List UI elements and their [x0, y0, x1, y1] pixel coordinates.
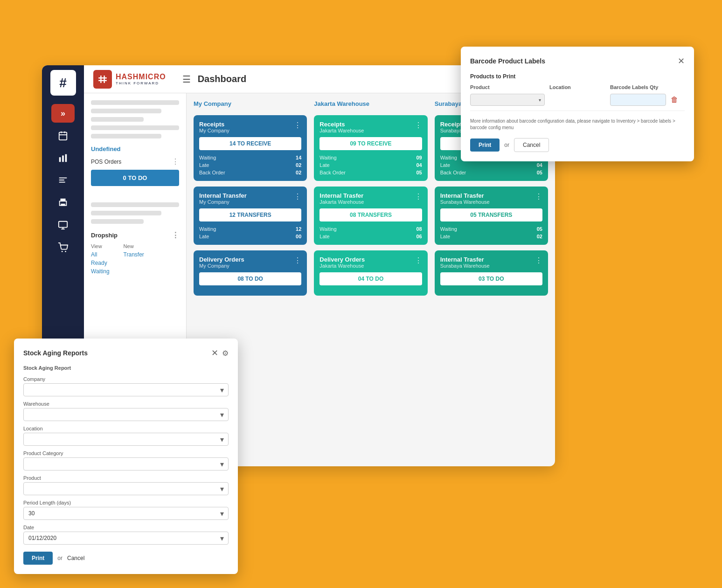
column-title-jakarta: Jakarta Warehouse: [314, 100, 427, 110]
sidebar-item-cart[interactable]: [51, 238, 75, 257]
jakarta-waiting-value: 09: [416, 155, 422, 160]
svg-point-17: [65, 251, 66, 252]
company-select[interactable]: [23, 383, 229, 396]
form-group-date: Date 01/12/2020: [23, 525, 229, 545]
late-label: Late: [199, 162, 209, 168]
card-it-surabaya-menu[interactable]: ⋮: [535, 192, 542, 201]
card-it-my-company-action[interactable]: 12 TRANSFERS: [199, 208, 301, 221]
sidebar-item-print[interactable]: [51, 194, 75, 212]
stock-aging-close-button[interactable]: ✕: [211, 348, 218, 358]
period-length-select[interactable]: 30: [23, 507, 229, 520]
card-it-surabaya-title-block: Internal Trasfer Surabaya Warehouse: [440, 192, 490, 205]
cart-icon: [58, 242, 68, 253]
pos-label-row: POS Orders ⋮: [91, 157, 179, 166]
dropship-waiting-link[interactable]: Waiting: [91, 268, 110, 275]
it-surabaya-waiting-value: 05: [537, 226, 542, 232]
backorder-value: 02: [296, 170, 301, 175]
card-it-jakarta-title-block: Internal Trasfer Jakarta Warehouse: [319, 192, 364, 205]
card-it-my-company-menu[interactable]: ⋮: [294, 192, 301, 201]
barcode-cancel-button[interactable]: Cancel: [514, 138, 549, 152]
barcode-qty-input[interactable]: [610, 94, 666, 106]
pos-orders-menu[interactable]: ⋮: [172, 157, 179, 166]
period-length-select-wrapper: 30: [23, 507, 229, 520]
dropship-transfer-link[interactable]: Transfer: [124, 251, 144, 258]
card-it2-surabaya-menu[interactable]: ⋮: [535, 256, 542, 265]
card-delivery-jakarta-action[interactable]: 04 TO DO: [319, 272, 422, 285]
card-receipts-my-company-menu[interactable]: ⋮: [294, 121, 301, 130]
menu-icon[interactable]: ☰: [182, 74, 191, 85]
print-icon: [58, 198, 68, 208]
it-waiting-label: Waiting: [199, 226, 216, 232]
sidebar-item-calendar[interactable]: [51, 126, 75, 145]
card-receipts-jakarta-action[interactable]: 09 TO RECEIVE: [319, 137, 422, 150]
double-arrow-icon: »: [61, 109, 65, 118]
stock-aging-title: Stock Aging Reports: [23, 349, 88, 357]
card-it2-surabaya-action[interactable]: 03 TO DO: [440, 272, 542, 285]
sidebar-item-chart[interactable]: [51, 149, 75, 167]
list-icon: [58, 175, 68, 186]
card-delivery-jakarta-menu[interactable]: ⋮: [415, 256, 422, 265]
product-category-label: Product Category: [23, 450, 229, 456]
card-receipts-jakarta-menu[interactable]: ⋮: [415, 121, 422, 130]
product-category-select[interactable]: [23, 457, 229, 470]
sidebar-item-monitor[interactable]: [51, 216, 75, 235]
barcode-print-button[interactable]: Print: [470, 138, 500, 152]
date-label: Date: [23, 525, 229, 530]
warehouse-select[interactable]: [23, 408, 229, 421]
card-it-my-company-title-block: Internal Transfer My Company: [199, 192, 247, 205]
svg-rect-13: [59, 221, 67, 228]
stat-row-waiting: Waiting 14: [199, 155, 301, 160]
card-it2-surabaya-title: Internal Trasfer: [440, 256, 490, 263]
card-receipts-my-company-title-block: Receipts My Company: [199, 121, 229, 133]
date-select[interactable]: 01/12/2020: [23, 532, 229, 545]
svg-rect-19: [98, 80, 107, 81]
stock-aging-cancel-button[interactable]: Cancel: [67, 555, 84, 561]
surabaya-late: Late 04: [440, 162, 542, 168]
card-it-jakarta-action[interactable]: 08 TRANSFERS: [319, 208, 422, 221]
card-it-jakarta-header: Internal Trasfer Jakarta Warehouse ⋮: [319, 192, 422, 205]
location-select[interactable]: [23, 433, 229, 446]
card-it2-surabaya-title-block: Internal Trasfer Surabaya Warehouse: [440, 256, 490, 269]
sidebar-item-arrow[interactable]: »: [51, 104, 75, 123]
card-delivery-my-company-title-block: Delivery Orders My Company: [199, 256, 244, 269]
card-delivery-my-company-menu[interactable]: ⋮: [294, 256, 301, 265]
it-surabaya-waiting-label: Waiting: [440, 226, 457, 232]
jakarta-late-value: 04: [416, 162, 422, 168]
dropship-all-link[interactable]: All: [91, 251, 110, 258]
skeleton-5: [91, 134, 161, 138]
barcode-dialog-title: Barcode Product Labels: [470, 57, 545, 65]
skeleton-2: [91, 109, 161, 113]
product-select[interactable]: [23, 482, 229, 495]
card-receipts-jakarta-stats: Waiting 09 Late 04 Back Order: [319, 155, 422, 175]
card-it-my-company-subtitle: My Company: [199, 199, 247, 205]
card-receipts-jakarta-title: Receipts: [319, 121, 364, 128]
barcode-product-input[interactable]: [470, 94, 545, 106]
page-title: Dashboard: [198, 74, 246, 84]
stock-aging-gear-icon[interactable]: ⚙: [222, 349, 229, 358]
surabaya-late-label: Late: [440, 162, 450, 168]
hashmicro-logo-icon: [93, 70, 112, 89]
stock-aging-dialog: Stock Aging Reports ✕ ⚙ Stock Aging Repo…: [14, 339, 238, 574]
card-delivery-my-company-action[interactable]: 08 TO DO: [199, 272, 301, 285]
card-it-surabaya-title: Internal Trasfer: [440, 192, 490, 199]
card-it-jakarta-subtitle: Jakarta Warehouse: [319, 199, 364, 205]
barcode-delete-icon[interactable]: 🗑: [671, 96, 685, 104]
jakarta-backorder-value: 05: [416, 170, 422, 175]
it-stat-late: Late 00: [199, 234, 301, 239]
card-receipts-my-company-subtitle: My Company: [199, 128, 229, 133]
stock-aging-print-button[interactable]: Print: [23, 552, 53, 565]
card-receipts-my-company-action[interactable]: 14 TO RECEIVE: [199, 137, 301, 150]
barcode-close-button[interactable]: ✕: [678, 56, 685, 66]
product-select-wrapper: [23, 482, 229, 495]
dropship-menu[interactable]: ⋮: [172, 231, 179, 240]
it-surabaya-late-value: 02: [537, 234, 542, 239]
card-it-surabaya-action[interactable]: 05 TRANSFERS: [440, 208, 542, 221]
pos-todo-button[interactable]: 0 TO DO: [91, 170, 179, 186]
dropship-ready-link[interactable]: Ready: [91, 260, 110, 266]
column-jakarta: Jakarta Warehouse Receipts Jakarta Wareh…: [314, 100, 427, 301]
barcode-dialog-header: Barcode Product Labels ✕: [470, 56, 685, 66]
card-receipts-jakarta-subtitle: Jakarta Warehouse: [319, 128, 364, 133]
card-it-jakarta-menu[interactable]: ⋮: [415, 192, 422, 201]
card-delivery-my-company: Delivery Orders My Company ⋮ 08 TO DO: [194, 250, 307, 296]
sidebar-item-list[interactable]: [51, 171, 75, 190]
